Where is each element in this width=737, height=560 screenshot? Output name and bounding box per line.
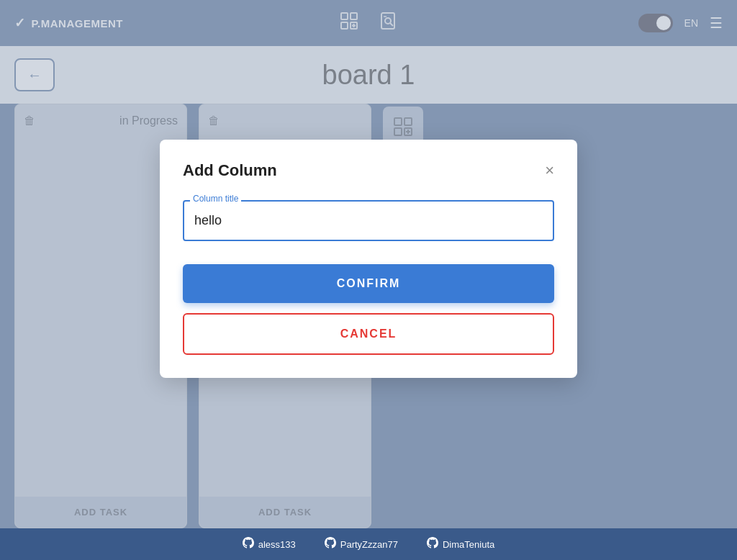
board-content: ← board 1 🗑 in Progress ADD TASK 🗑 ADD T… xyxy=(0,46,737,528)
modal-overlay: Add Column × Column title CONFIRM CANCEL xyxy=(0,0,737,528)
modal-header: Add Column × xyxy=(183,161,554,180)
column-title-input[interactable] xyxy=(183,200,554,241)
column-title-field-wrapper: Column title xyxy=(183,200,554,241)
footer: aless133 PartyZzzan77 DimaTeniuta xyxy=(0,528,737,560)
github-icon-2 xyxy=(325,537,336,551)
confirm-button[interactable]: CONFIRM xyxy=(183,264,554,303)
column-title-label: Column title xyxy=(190,194,241,204)
modal-title: Add Column xyxy=(183,161,277,180)
add-column-modal: Add Column × Column title CONFIRM CANCEL xyxy=(160,140,577,378)
cancel-button[interactable]: CANCEL xyxy=(183,313,554,355)
github-icon-3 xyxy=(427,537,438,551)
github-icon-1 xyxy=(243,537,254,551)
footer-contributor-3: DimaTeniuta xyxy=(427,537,494,551)
contributor-name-1: aless133 xyxy=(258,539,296,550)
contributor-name-3: DimaTeniuta xyxy=(443,539,494,550)
footer-contributor-1: aless133 xyxy=(243,537,296,551)
footer-contributor-2: PartyZzzan77 xyxy=(325,537,398,551)
modal-close-button[interactable]: × xyxy=(545,163,554,179)
contributor-name-2: PartyZzzan77 xyxy=(340,539,398,550)
